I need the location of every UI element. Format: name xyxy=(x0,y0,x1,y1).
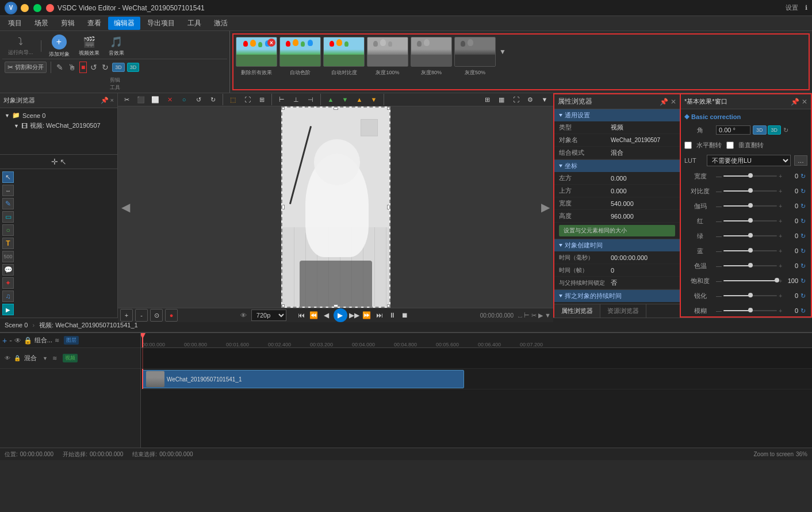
group-icon[interactable]: ⛶ xyxy=(241,93,254,106)
copy-icon[interactable]: ⬛ xyxy=(135,93,147,106)
save-icon[interactable]: ▼ xyxy=(545,312,551,319)
effect-thumb-4[interactable] xyxy=(367,37,408,67)
mix-dropdown-icon[interactable]: ▼ xyxy=(43,356,48,361)
view-options-icon[interactable]: ▦ xyxy=(495,93,508,106)
ungroup-icon[interactable]: ⊞ xyxy=(255,93,268,106)
next-frame-btn[interactable]: ⏩ xyxy=(361,310,373,321)
move-icon[interactable]: ✛ xyxy=(51,157,58,166)
export-icon[interactable]: ▶ xyxy=(538,312,543,319)
maximize-button[interactable] xyxy=(33,4,41,12)
3d-btn-1[interactable]: 3D xyxy=(112,63,125,72)
slider-reset-6[interactable]: ↻ xyxy=(798,262,807,270)
bookmark-icon[interactable]: ⎵ xyxy=(518,312,522,319)
menu-item-view[interactable]: 查看 xyxy=(82,17,107,30)
select-box-icon[interactable]: ⬚ xyxy=(227,93,239,106)
tool-resize[interactable]: ↔ xyxy=(2,185,14,196)
slider-thumb-9[interactable] xyxy=(748,308,753,312)
undo-icon[interactable]: ↺ xyxy=(192,93,205,106)
slider-track-2[interactable] xyxy=(723,205,777,207)
slider-reset-2[interactable]: ↻ xyxy=(798,202,807,210)
delete-icon[interactable]: ✕ xyxy=(163,93,176,106)
slider-reset-7[interactable]: ↻ xyxy=(798,277,807,285)
zoom-in-btn[interactable]: + xyxy=(120,309,133,322)
settings-icon[interactable]: ⚙ xyxy=(524,93,537,106)
draw-tool[interactable]: ✎ xyxy=(55,62,64,73)
video-effects-btn[interactable]: 🎬 视频效果 xyxy=(75,35,103,58)
effect-thumb-2[interactable] xyxy=(279,37,321,67)
video-frame[interactable] xyxy=(281,106,390,308)
tree-scene[interactable]: ▼ 📁 Scene 0 xyxy=(2,110,115,120)
tool-music[interactable]: ♫ xyxy=(2,291,14,302)
3d-btn-2[interactable]: 3D xyxy=(127,63,140,72)
pin-props-icon[interactable]: 📌 xyxy=(660,98,668,106)
slider-thumb-0[interactable] xyxy=(748,173,753,178)
resolution-select[interactable]: 720p 1080p 480p xyxy=(251,310,286,321)
select-all-icon[interactable]: ⬜ xyxy=(149,93,162,106)
crop-tool[interactable]: ■ xyxy=(79,62,87,73)
help-icon[interactable]: ℹ xyxy=(805,4,807,12)
next-frame-arrow[interactable]: ▶ xyxy=(541,200,550,214)
select-icon[interactable]: ↖ xyxy=(60,157,67,166)
settings-arrow-icon[interactable]: ▼ xyxy=(538,93,551,106)
effect-thumb-5[interactable] xyxy=(411,37,452,67)
play-btn[interactable]: ▶ xyxy=(334,308,347,322)
navigate-tool[interactable]: ⤵ 运行向导... xyxy=(5,35,37,58)
tool-text[interactable]: T xyxy=(2,238,14,249)
record-btn[interactable]: ● xyxy=(165,309,178,322)
slider-track-9[interactable] xyxy=(723,310,777,311)
playhead[interactable] xyxy=(142,333,143,347)
tool-star[interactable]: ✦ xyxy=(2,277,14,289)
effect-thumb-3[interactable] xyxy=(323,37,365,67)
menu-item-activate[interactable]: 激活 xyxy=(208,17,233,30)
tool-number[interactable]: 500 xyxy=(2,251,14,262)
prev-frame-btn[interactable]: ⏪ xyxy=(308,310,320,321)
view-full-icon[interactable]: ⛶ xyxy=(510,93,522,106)
stop-btn[interactable]: ⏹ xyxy=(399,310,411,321)
tree-video-group[interactable]: ▼ 🎞 视频: WeChat_20190507 xyxy=(12,120,115,131)
tool-circle[interactable]: ○ xyxy=(2,224,14,236)
effect-thumb-1[interactable]: × xyxy=(236,37,277,67)
minimize-button[interactable] xyxy=(21,4,29,12)
redo-icon[interactable]: ↻ xyxy=(206,93,219,106)
angle-input[interactable] xyxy=(716,125,750,135)
tool-rect[interactable]: ▭ xyxy=(2,211,14,223)
layer-top-icon[interactable]: ▲ xyxy=(353,93,366,106)
align-left-icon[interactable]: ⊢ xyxy=(275,93,288,106)
slider-reset-5[interactable]: ↻ xyxy=(798,247,807,255)
menu-item-scene[interactable]: 场景 xyxy=(29,17,54,30)
menu-item-tools[interactable]: 工具 xyxy=(182,17,207,30)
lock-icon[interactable]: 🔒 xyxy=(24,337,32,345)
set-size-btn[interactable]: 设置与父元素相同的大小 xyxy=(559,225,675,236)
tab-resources[interactable]: 资源浏览器 xyxy=(600,304,646,318)
wave-icon[interactable]: ≋ xyxy=(55,337,59,343)
3d-angle-btn1[interactable]: 3D xyxy=(753,125,767,135)
slider-reset-8[interactable]: ↻ xyxy=(798,292,807,300)
panel-pin-icon[interactable]: 📌 × xyxy=(101,97,114,104)
select-tool[interactable]: 🖱 xyxy=(67,62,77,73)
marker-icon[interactable]: ⊢ xyxy=(524,312,530,319)
3d-angle-btn2[interactable]: 3D xyxy=(768,125,782,135)
layer-up-icon[interactable]: ▲ xyxy=(324,93,337,106)
slider-thumb-4[interactable] xyxy=(748,233,753,238)
zoom-out-btn[interactable]: - xyxy=(135,309,148,322)
slider-reset-4[interactable]: ↻ xyxy=(798,232,807,240)
slider-track-0[interactable] xyxy=(723,175,777,177)
rotate-right-tool[interactable]: ↻ xyxy=(101,62,110,73)
eye-icon[interactable]: 👁 xyxy=(14,337,21,345)
tool-video-clip[interactable]: ▶ xyxy=(2,304,14,315)
next-btn[interactable]: ▶▶ xyxy=(348,310,360,321)
slider-track-3[interactable] xyxy=(723,220,777,221)
slider-thumb-2[interactable] xyxy=(748,203,753,208)
menu-item-clip[interactable]: 剪辑 xyxy=(55,17,81,30)
slider-thumb-1[interactable] xyxy=(748,188,753,193)
menu-item-export[interactable]: 导出项目 xyxy=(141,17,181,30)
h-flip-checkbox[interactable] xyxy=(684,142,692,149)
effect-thumb-6[interactable] xyxy=(454,37,496,67)
scroll-down-arrow[interactable]: ▼ xyxy=(498,47,507,57)
close-button[interactable] xyxy=(46,4,54,12)
tool-pen[interactable]: ✎ xyxy=(2,198,14,209)
settings-label[interactable]: 设置 xyxy=(786,3,798,12)
slider-thumb-3[interactable] xyxy=(748,218,753,223)
v-flip-checkbox[interactable] xyxy=(726,142,734,149)
lut-select[interactable]: 不需要使用LU xyxy=(707,155,791,166)
